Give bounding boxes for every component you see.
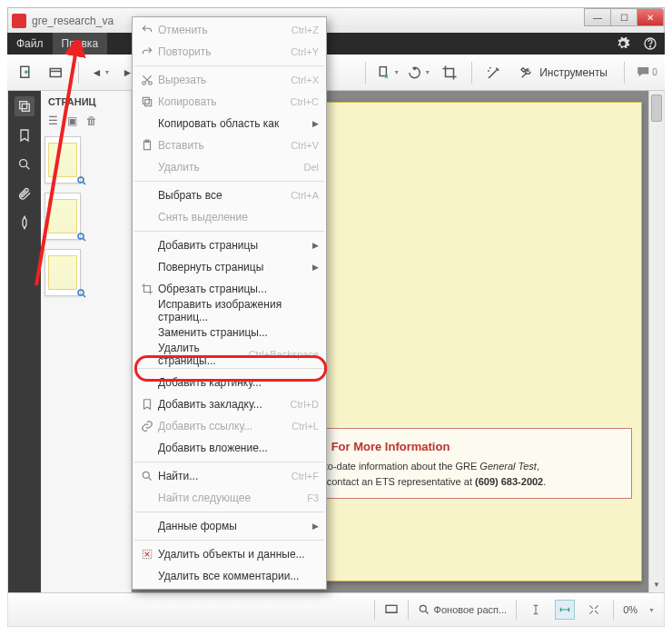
redo-icon bbox=[136, 45, 158, 58]
menu-item-удалить-объекты-и-данные-[interactable]: Удалить объекты и данные... bbox=[133, 543, 326, 565]
menu-item-отменить: ОтменитьCtrl+Z bbox=[133, 19, 326, 41]
thumbnail[interactable] bbox=[44, 136, 81, 184]
chevron-right-icon: ▶ bbox=[312, 241, 319, 250]
menu-item-добавить-закладку-[interactable]: Добавить закладку...Ctrl+D bbox=[133, 393, 326, 415]
comment-button[interactable]: 0 bbox=[634, 60, 659, 85]
titlebar: gre_research_va — ☐ ✕ bbox=[7, 7, 665, 33]
menu-item-повернуть-страницы[interactable]: Повернуть страницы▶ bbox=[133, 256, 326, 278]
chevron-right-icon: ▶ bbox=[312, 119, 319, 128]
menu-item-выбрать-все[interactable]: Выбрать всеCtrl+A bbox=[133, 184, 326, 206]
paste-icon bbox=[136, 139, 158, 152]
toolbar: ◄▼ ►▼ ▼ ▼ Инструменты 0 bbox=[7, 55, 665, 91]
maximize-button[interactable]: ☐ bbox=[610, 8, 637, 26]
crop-icon bbox=[136, 283, 158, 295]
thumbnails-list bbox=[41, 133, 131, 592]
rotate-button[interactable]: ▼ bbox=[406, 60, 431, 85]
menu-item-исправить-изображения-страниц-[interactable]: Исправить изображения страниц... bbox=[133, 300, 326, 322]
workspace: СТРАНИЦ ☰ ▣ 🗑 For More Information to ge… bbox=[7, 91, 665, 592]
menu-item-копировать: КопироватьCtrl+C bbox=[133, 91, 326, 113]
scroll-down-icon[interactable]: ▼ bbox=[649, 577, 664, 592]
signature-icon[interactable] bbox=[15, 213, 35, 233]
svg-rect-15 bbox=[145, 100, 152, 106]
thumb-add-icon[interactable]: ▣ bbox=[67, 114, 77, 127]
svg-rect-6 bbox=[20, 102, 27, 109]
add-page-button[interactable]: ▼ bbox=[375, 60, 400, 85]
menu-item-добавить-страницы[interactable]: Добавить страницы▶ bbox=[133, 234, 326, 256]
fit-page-button[interactable] bbox=[584, 600, 604, 620]
menu-item-удалить-страницы-[interactable]: Удалить страницы...Ctrl+Backspace bbox=[133, 343, 326, 365]
edit-menu-dropdown: ОтменитьCtrl+ZПовторитьCtrl+YВырезатьCtr… bbox=[132, 16, 327, 590]
thumbnail[interactable] bbox=[44, 249, 81, 296]
scroll-thumb[interactable] bbox=[651, 94, 662, 122]
delobj-icon bbox=[136, 548, 158, 561]
fit-width-button[interactable] bbox=[555, 600, 575, 620]
thumbnails-panel: СТРАНИЦ ☰ ▣ 🗑 bbox=[41, 91, 132, 592]
wand-button[interactable] bbox=[481, 60, 507, 85]
fit-mode-button[interactable]: Фоновое расп... bbox=[418, 603, 508, 616]
tab-add-button[interactable] bbox=[44, 60, 69, 85]
menu-item-заменить-страницы-[interactable]: Заменить страницы... bbox=[133, 322, 326, 343]
svg-rect-11 bbox=[386, 605, 397, 612]
help-icon[interactable] bbox=[643, 36, 657, 51]
cut-icon bbox=[136, 74, 158, 86]
tools-button[interactable]: Инструменты bbox=[512, 65, 615, 80]
window-controls: — ☐ ✕ bbox=[585, 8, 664, 26]
svg-rect-4 bbox=[380, 66, 386, 75]
menu-item-вырезать: ВырезатьCtrl+X bbox=[133, 69, 326, 91]
vertical-scrollbar[interactable]: ▲ ▼ bbox=[648, 91, 664, 592]
fit-height-button[interactable] bbox=[526, 600, 546, 620]
menu-item-вставить: ВставитьCtrl+V bbox=[133, 134, 326, 156]
svg-point-19 bbox=[143, 472, 149, 478]
menu-file[interactable]: Файл bbox=[7, 33, 53, 55]
chevron-right-icon: ▶ bbox=[312, 522, 319, 531]
search-icon[interactable] bbox=[15, 154, 35, 174]
menu-item-найти-[interactable]: Найти...Ctrl+F bbox=[133, 465, 326, 487]
svg-point-8 bbox=[78, 177, 84, 183]
menu-item-добавить-картинку-[interactable]: Добавить картинку... bbox=[133, 372, 326, 393]
menu-item-снять-выделение: Снять выделение bbox=[133, 206, 326, 228]
copy-icon[interactable] bbox=[15, 96, 35, 116]
layout-mode-button[interactable] bbox=[384, 602, 399, 617]
tools-label: Инструменты bbox=[539, 66, 608, 79]
thumbnail[interactable] bbox=[44, 193, 81, 240]
menu-item-удалить: УдалитьDel bbox=[133, 156, 326, 178]
menu-edit[interactable]: Правка bbox=[53, 33, 108, 55]
svg-point-9 bbox=[78, 234, 84, 239]
svg-point-10 bbox=[78, 290, 84, 295]
icon-strip bbox=[8, 91, 41, 592]
chevron-right-icon: ▶ bbox=[312, 263, 319, 272]
svg-rect-16 bbox=[143, 97, 149, 104]
menu-item-найти-следующее: Найти следующееF3 bbox=[133, 487, 326, 509]
menu-item-данные-формы[interactable]: Данные формы▶ bbox=[133, 515, 326, 537]
svg-rect-3 bbox=[50, 68, 61, 76]
thumb-delete-icon[interactable]: 🗑 bbox=[86, 114, 97, 127]
menu-item-добавить-вложение-[interactable]: Добавить вложение... bbox=[133, 437, 326, 459]
find-icon bbox=[136, 470, 158, 482]
app-icon bbox=[12, 14, 26, 28]
bookmark-icon bbox=[136, 398, 158, 411]
menu-item-удалить-все-комментарии-[interactable]: Удалить все комментарии... bbox=[133, 565, 326, 587]
close-button[interactable]: ✕ bbox=[637, 8, 664, 26]
svg-point-7 bbox=[20, 160, 27, 167]
thumbnail-actions: ☰ ▣ 🗑 bbox=[41, 113, 131, 133]
minimize-button[interactable]: — bbox=[584, 8, 611, 26]
menu-item-обрезать-страницы-[interactable]: Обрезать страницы... bbox=[133, 278, 326, 300]
zoom-dropdown-icon[interactable]: ▼ bbox=[648, 607, 655, 613]
svg-point-1 bbox=[649, 46, 650, 47]
menu-item-копировать-область-как[interactable]: Копировать область как▶ bbox=[133, 113, 326, 134]
nav-back-button[interactable]: ◄▼ bbox=[88, 60, 114, 85]
bookmark-icon[interactable] bbox=[15, 125, 35, 145]
svg-point-12 bbox=[420, 605, 426, 611]
link-icon bbox=[136, 420, 158, 432]
svg-rect-5 bbox=[22, 104, 29, 111]
zoom-value[interactable]: 0% bbox=[623, 604, 637, 615]
thumb-menu-icon[interactable]: ☰ bbox=[48, 114, 58, 127]
thumbnails-header: СТРАНИЦ bbox=[41, 91, 131, 113]
crop-button[interactable] bbox=[437, 60, 462, 85]
attachment-icon[interactable] bbox=[15, 184, 35, 204]
gear-icon[interactable] bbox=[616, 36, 630, 51]
new-doc-button[interactable] bbox=[13, 60, 38, 85]
copy-icon bbox=[136, 95, 158, 108]
statusbar: Фоновое расп... 0% ▼ bbox=[7, 592, 665, 627]
menu-item-повторить: ПовторитьCtrl+Y bbox=[133, 41, 326, 63]
